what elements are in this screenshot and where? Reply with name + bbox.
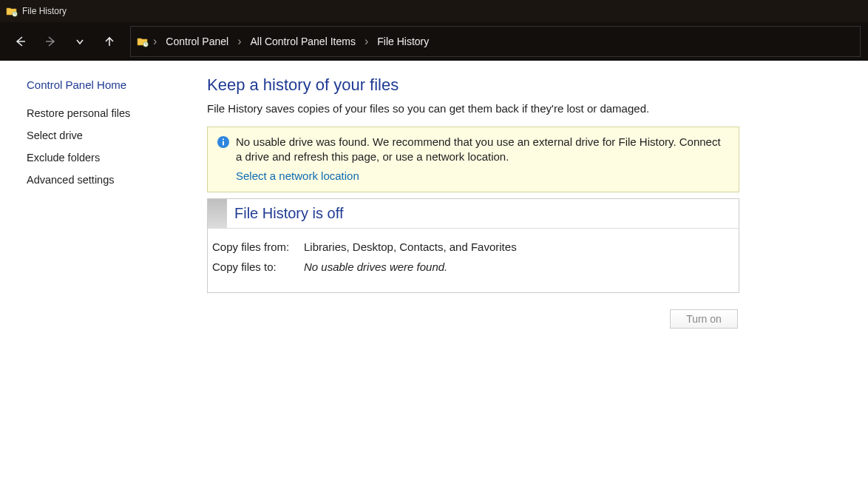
turn-on-button[interactable]: Turn on: [670, 309, 738, 329]
folder-icon: [137, 36, 149, 47]
back-button[interactable]: [7, 28, 34, 55]
breadcrumb-item[interactable]: All Control Panel Items: [245, 33, 359, 50]
page-description: File History saves copies of your files …: [207, 102, 739, 115]
select-network-location-link[interactable]: Select a network location: [236, 169, 359, 182]
content-area: Control Panel Home Restore personal file…: [0, 61, 868, 481]
main-panel: Keep a history of your files File Histor…: [192, 61, 754, 481]
forward-button[interactable]: [37, 28, 64, 55]
address-bar[interactable]: › Control Panel › All Control Panel Item…: [130, 26, 861, 57]
title-bar: File History: [0, 0, 868, 22]
sidebar-link-advanced[interactable]: Advanced settings: [27, 174, 179, 186]
status-title: File History is off: [227, 199, 350, 228]
chevron-right-icon: ›: [237, 35, 241, 48]
sidebar-link-restore[interactable]: Restore personal files: [27, 107, 179, 119]
sidebar-link-select-drive[interactable]: Select drive: [27, 130, 179, 141]
info-warning-box: No usable drive was found. We recommend …: [207, 127, 739, 192]
copy-to-value: No usable drives were found.: [304, 260, 447, 273]
sidebar-link-exclude[interactable]: Exclude folders: [27, 152, 179, 164]
info-message: No usable drive was found. We recommend …: [236, 135, 730, 165]
sidebar: Control Panel Home Restore personal file…: [0, 61, 192, 481]
control-panel-home-link[interactable]: Control Panel Home: [27, 78, 179, 91]
window-title: File History: [22, 6, 67, 16]
copy-from-value: Libraries, Desktop, Contacts, and Favori…: [304, 240, 517, 253]
breadcrumb-item[interactable]: File History: [373, 33, 433, 50]
chevron-right-icon: ›: [153, 35, 157, 48]
breadcrumb-item[interactable]: Control Panel: [161, 33, 233, 50]
svg-rect-4: [223, 141, 224, 146]
up-button[interactable]: [96, 28, 123, 55]
chevron-right-icon: ›: [365, 35, 368, 48]
status-icon: [208, 199, 227, 228]
status-box: File History is off Copy files from: Lib…: [207, 198, 739, 293]
recent-locations-button[interactable]: [67, 28, 93, 55]
file-history-icon: [6, 5, 18, 17]
copy-from-label: Copy files from:: [212, 240, 304, 253]
nav-bar: › Control Panel › All Control Panel Item…: [0, 22, 868, 61]
copy-to-label: Copy files to:: [212, 260, 304, 273]
info-icon: [217, 135, 230, 152]
svg-rect-3: [223, 138, 224, 140]
page-title: Keep a history of your files: [207, 75, 739, 95]
